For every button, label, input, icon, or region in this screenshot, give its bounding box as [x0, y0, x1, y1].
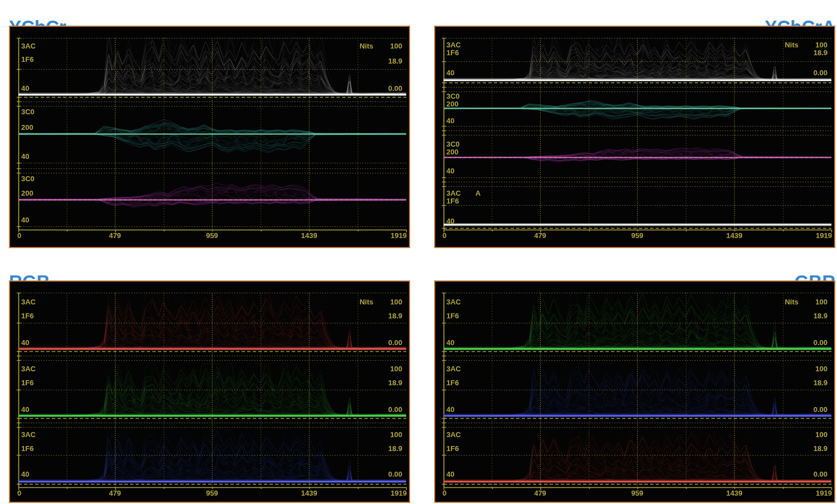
scale-label-left: 1F6 — [446, 445, 459, 453]
scale-label-left: 40 — [446, 167, 454, 175]
scale-label-left: 1F6 — [21, 56, 33, 64]
nits-unit-label: Nits — [359, 42, 373, 50]
scale-label-left: 3AC — [446, 190, 461, 197]
scale-label-left: 1F6 — [446, 197, 459, 205]
waveform-canvas-ycbcra — [435, 27, 834, 247]
scale-label-right: 100 — [390, 365, 402, 373]
scale-label-right: 18.9 — [814, 445, 828, 453]
x-axis-tick-label: 959 — [206, 490, 218, 497]
scale-label-right: 18.9 — [814, 312, 828, 320]
waveform-scope-panel-rgb: 3AC 1F6 40 Nits 100 18.9 0.00 3AC 1F6 40… — [9, 280, 410, 503]
scale-label-right: 0.00 — [814, 406, 828, 414]
scale-label-right: 18.9 — [388, 57, 402, 65]
scale-label-right: 18.9 — [814, 49, 828, 57]
x-axis-tick-label: 0 — [442, 490, 446, 497]
scale-label-left: 1F6 — [21, 379, 33, 387]
scale-label-right: 0.00 — [814, 69, 828, 77]
scale-label-left: 40 — [446, 471, 454, 478]
x-axis-tick-label: 1439 — [727, 232, 743, 240]
x-axis-tick-label: 959 — [631, 490, 643, 497]
scale-label-left: 3AC — [21, 431, 36, 439]
scale-label-right: 18.9 — [388, 312, 402, 320]
waveform-scope-panel-ycbcra: 3AC 1F6 40 Nits 100 18.9 0.00 3C0 200 40… — [434, 26, 835, 248]
scale-label-left: 40 — [446, 339, 454, 347]
x-axis-tick-label: 1919 — [391, 232, 407, 240]
scale-label-left: 1F6 — [446, 379, 459, 387]
x-axis-tick-label: 479 — [109, 490, 121, 497]
waveform-scope-panel-gbr: 3AC 1F6 40 Nits 100 18.9 0.00 3AC 1F6 40… — [434, 280, 835, 503]
x-axis-tick-label: 1919 — [391, 490, 407, 497]
scale-label-right: 0.00 — [388, 471, 402, 478]
waveform-canvas-gbr — [435, 282, 834, 502]
scale-label-left: 3AC — [446, 365, 461, 373]
scale-label-left: 200 — [21, 190, 33, 197]
scale-label-left: 40 — [21, 471, 29, 478]
x-axis-tick-label: 1439 — [301, 490, 318, 497]
scale-label-right: 18.9 — [388, 445, 402, 453]
scale-label-left: 3C0 — [446, 93, 460, 100]
scale-label-right: 100 — [815, 298, 828, 306]
scale-label-left: 3C0 — [21, 108, 35, 116]
scale-label-right: 100 — [390, 298, 402, 306]
scale-label-right: 100 — [815, 431, 828, 439]
x-axis-tick-label: 1919 — [816, 490, 832, 497]
scale-label-right: 0.00 — [388, 339, 402, 347]
x-axis-tick-label: 0 — [17, 232, 21, 240]
scale-label-left: 1F6 — [21, 445, 33, 453]
x-axis-tick-label: 959 — [631, 232, 643, 240]
scale-label-left: 3AC — [446, 41, 461, 49]
scale-label-left: 1F6 — [446, 49, 459, 57]
scale-label-right: 18.9 — [388, 379, 402, 387]
scale-label-left: 3AC — [21, 365, 36, 373]
scale-label-left: 3AC — [446, 431, 461, 439]
x-axis-tick-label: 1919 — [816, 232, 832, 240]
scale-label-right: 100 — [815, 41, 828, 49]
scale-label-left: 3AC — [21, 42, 36, 50]
scale-label-right: 100 — [390, 431, 402, 439]
scale-label-left: 40 — [21, 339, 29, 347]
x-axis-tick-label: 1439 — [301, 232, 318, 240]
scale-label-left: 40 — [21, 406, 29, 414]
alpha-channel-label: A — [475, 190, 480, 197]
scale-label-right: 18.9 — [814, 379, 828, 387]
scale-label-left: 40 — [21, 153, 29, 161]
scale-label-left: 1F6 — [446, 312, 459, 320]
scale-label-right: 0.00 — [388, 406, 402, 414]
scale-label-right: 100 — [815, 365, 828, 373]
waveform-canvas-ycbcr — [10, 27, 409, 247]
scale-label-right: 0.00 — [388, 85, 402, 93]
scale-label-left: 3AC — [21, 298, 36, 306]
x-axis-tick-label: 0 — [442, 232, 446, 240]
scale-label-left: 200 — [21, 124, 33, 132]
scale-label-left: 40 — [21, 85, 29, 93]
scale-label-left: 3C0 — [21, 175, 35, 183]
scale-label-left: 3C0 — [446, 140, 460, 148]
nits-unit-label: Nits — [785, 298, 798, 306]
scale-label-right: 0.00 — [814, 339, 828, 347]
x-axis-tick-label: 479 — [534, 232, 546, 240]
scale-label-left: 200 — [446, 100, 459, 108]
x-axis-tick-label: 479 — [109, 232, 121, 240]
scale-label-left: 3AC — [446, 298, 461, 306]
nits-unit-label: Nits — [785, 41, 798, 49]
waveform-canvas-rgb — [10, 282, 409, 502]
x-axis-tick-label: 1439 — [727, 490, 743, 497]
scale-label-left: 40 — [446, 406, 454, 414]
x-axis-tick-label: 479 — [534, 490, 546, 497]
scale-label-right: 100 — [390, 42, 402, 50]
waveform-scope-panel-ycbcr: 3AC 1F6 40 Nits 100 18.9 0.00 3C0 200 40… — [9, 26, 410, 248]
nits-unit-label: Nits — [359, 298, 373, 306]
scale-label-right: 0.00 — [814, 471, 828, 478]
scale-label-left: 40 — [446, 69, 454, 77]
x-axis-tick-label: 959 — [206, 232, 218, 240]
scale-label-left: 40 — [446, 217, 454, 225]
scale-label-left: 40 — [21, 216, 29, 224]
scope-grid-page: YCbCr YCbCrA RGB GBR 3AC 1F6 40 Nits 100… — [0, 0, 837, 504]
scale-label-left: 200 — [446, 148, 459, 156]
x-axis-tick-label: 0 — [17, 490, 21, 497]
scale-label-left: 1F6 — [21, 312, 33, 320]
scale-label-left: 40 — [446, 117, 454, 125]
